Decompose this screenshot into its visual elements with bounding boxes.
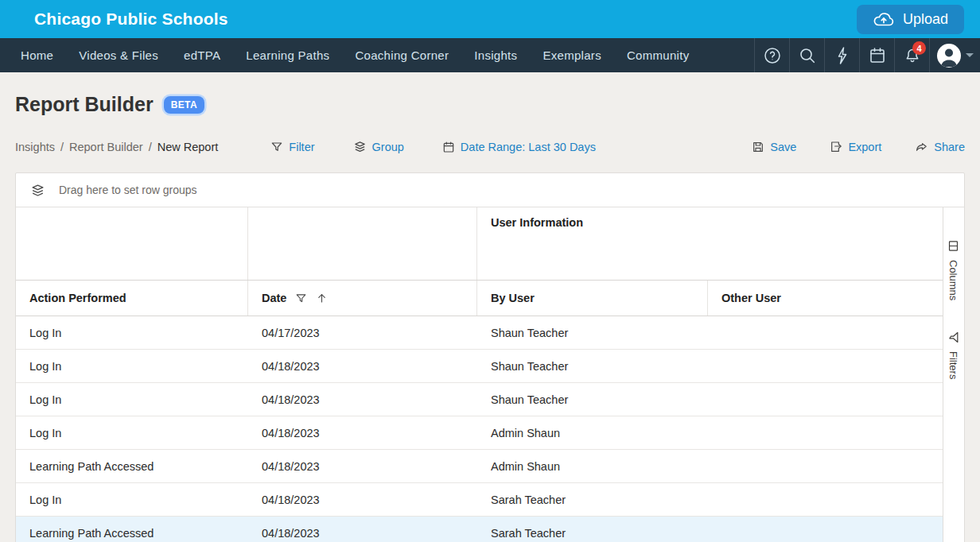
group-layers-icon xyxy=(353,140,367,153)
group-cell-empty xyxy=(248,207,477,280)
cell-date: 04/18/2023 xyxy=(248,383,477,416)
cell-other-user xyxy=(708,483,943,516)
cell-action: Log In xyxy=(16,416,248,449)
date-range-button[interactable]: Date Range: Last 30 Days xyxy=(442,140,596,153)
nav-item-videos-files[interactable]: Videos & Files xyxy=(66,38,171,72)
toolbar-right-actions: Save Export Share xyxy=(752,141,965,153)
quick-actions-button[interactable] xyxy=(824,38,859,72)
table-row[interactable]: Log In 04/18/2023 Admin Shaun xyxy=(16,416,943,450)
nav-item-exemplars[interactable]: Exemplars xyxy=(530,38,614,72)
cell-date: 04/18/2023 xyxy=(248,350,477,382)
beta-badge: BETA xyxy=(164,96,204,114)
save-icon xyxy=(752,141,764,153)
avatar xyxy=(937,44,961,68)
search-button[interactable] xyxy=(789,38,824,72)
app-header: Chicago Public Schools Upload xyxy=(0,0,980,38)
filters-funnel-icon xyxy=(947,331,960,344)
column-group-header-row: User Information xyxy=(16,207,943,281)
side-tab-filters-label: Filters xyxy=(947,351,959,379)
upload-button[interactable]: Upload xyxy=(857,5,964,34)
cell-other-user xyxy=(708,316,943,349)
side-tab-columns[interactable]: Columns xyxy=(947,239,960,300)
cell-action: Log In xyxy=(16,350,248,382)
cell-action: Learning Path Accessed xyxy=(16,450,248,482)
column-header-action-performed[interactable]: Action Performed xyxy=(16,281,248,316)
table-row[interactable]: Log In 04/17/2023 Shaun Teacher xyxy=(16,316,943,350)
cell-by-user: Sarah Teacher xyxy=(477,517,708,542)
table-row[interactable]: Learning Path Accessed 04/18/2023 Admin … xyxy=(16,450,943,483)
export-label: Export xyxy=(848,141,881,153)
nav-item-edtpa[interactable]: edTPA xyxy=(171,38,233,72)
nav-item-coaching-corner[interactable]: Coaching Corner xyxy=(342,38,461,72)
cell-other-user xyxy=(708,416,943,449)
group-button[interactable]: Group xyxy=(353,140,404,153)
table-row[interactable]: Log In 04/18/2023 Sarah Teacher xyxy=(16,483,943,517)
calendar-button[interactable] xyxy=(859,38,894,72)
nav-item-learning-paths[interactable]: Learning Paths xyxy=(233,38,342,72)
help-button[interactable] xyxy=(754,38,789,72)
cell-by-user: Admin Shaun xyxy=(477,416,708,449)
cell-action: Log In xyxy=(16,383,248,416)
page-title: Report Builder xyxy=(15,93,154,116)
save-button[interactable]: Save xyxy=(752,141,796,153)
date-filter-icon[interactable] xyxy=(295,292,307,304)
breadcrumb-insights[interactable]: Insights xyxy=(15,141,55,153)
search-icon xyxy=(798,46,817,65)
column-header-date[interactable]: Date xyxy=(248,281,477,316)
notifications-button[interactable]: 4 xyxy=(894,38,929,72)
group-label: Group xyxy=(372,141,404,153)
sort-asc-icon[interactable] xyxy=(316,292,328,304)
data-grid: User Information Action Performed Date xyxy=(16,207,943,542)
breadcrumb-report-builder[interactable]: Report Builder xyxy=(69,141,143,153)
filter-button[interactable]: Filter xyxy=(270,140,314,153)
main-content: Report Builder BETA Insights / Report Bu… xyxy=(0,93,980,542)
report-toolbar: Insights / Report Builder / New Report F… xyxy=(15,140,965,153)
filter-icon xyxy=(270,141,283,153)
breadcrumb-separator: / xyxy=(60,141,64,153)
export-button[interactable]: Export xyxy=(830,141,881,153)
share-icon xyxy=(915,141,928,153)
cell-other-user xyxy=(708,450,943,482)
cell-other-user xyxy=(708,517,943,542)
row-group-drop-hint: Drag here to set row groups xyxy=(59,184,197,196)
row-group-drop-zone[interactable]: Drag here to set row groups xyxy=(16,173,964,207)
upload-label: Upload xyxy=(903,11,948,28)
row-groups-layers-icon xyxy=(30,183,45,198)
report-grid-panel: Drag here to set row groups User Informa… xyxy=(15,172,965,542)
account-menu-button[interactable] xyxy=(929,38,980,72)
breadcrumb: Insights / Report Builder / New Report xyxy=(15,141,218,153)
table-row[interactable]: Log In 04/18/2023 Shaun Teacher xyxy=(16,383,943,416)
main-nav: Home Videos & Files edTPA Learning Paths… xyxy=(0,38,980,72)
cloud-upload-icon xyxy=(873,10,895,28)
column-header-by-user[interactable]: By User xyxy=(477,281,708,316)
column-header-label: Other User xyxy=(721,292,781,304)
column-header-other-user[interactable]: Other User xyxy=(708,281,943,316)
grid-side-bar: Columns Filters xyxy=(943,207,963,542)
calendar-icon xyxy=(868,46,887,65)
date-range-label: Date Range: Last 30 Days xyxy=(461,141,596,153)
cell-by-user: Shaun Teacher xyxy=(477,350,708,382)
nav-item-home[interactable]: Home xyxy=(8,38,66,72)
nav-item-insights[interactable]: Insights xyxy=(461,38,530,72)
share-button[interactable]: Share xyxy=(915,141,965,153)
cell-other-user xyxy=(708,350,943,382)
lightning-icon xyxy=(834,46,851,65)
export-icon xyxy=(830,141,842,153)
column-header-row: Action Performed Date xyxy=(16,281,943,316)
column-group-user-information[interactable]: User Information xyxy=(477,207,943,280)
side-tab-filters[interactable]: Filters xyxy=(947,331,960,379)
side-tab-columns-label: Columns xyxy=(947,260,959,300)
cell-by-user: Shaun Teacher xyxy=(477,383,708,416)
column-header-label: Date xyxy=(262,292,286,304)
app-title: Chicago Public Schools xyxy=(34,10,228,29)
cell-date: 04/18/2023 xyxy=(248,450,477,482)
cell-date: 04/18/2023 xyxy=(248,416,477,449)
nav-item-community[interactable]: Community xyxy=(614,38,702,72)
save-label: Save xyxy=(770,141,796,153)
cell-by-user: Admin Shaun xyxy=(477,450,708,482)
group-cell-empty xyxy=(16,207,248,280)
table-row[interactable]: Log In 04/18/2023 Shaun Teacher xyxy=(16,350,943,383)
cell-date: 04/18/2023 xyxy=(248,483,477,516)
breadcrumb-separator: / xyxy=(149,141,152,153)
table-row-highlighted[interactable]: Learning Path Accessed 04/18/2023 Sarah … xyxy=(16,517,943,542)
